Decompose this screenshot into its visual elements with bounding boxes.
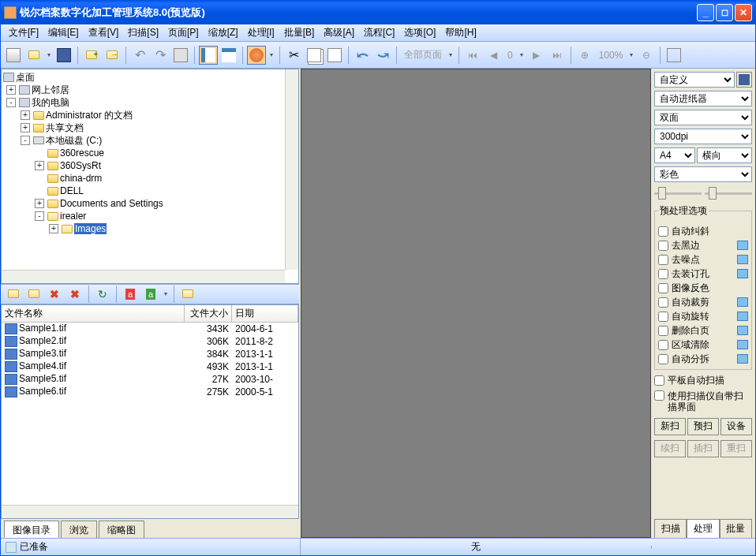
col-name[interactable]: 文件名称: [2, 305, 185, 322]
tree-folder[interactable]: Documents and Settings: [60, 198, 163, 209]
prep-checkbox[interactable]: [658, 297, 668, 308]
menu-zoom[interactable]: 缩放[Z]: [204, 24, 243, 41]
file-row[interactable]: Sample6.tif275K2000-5-1: [2, 386, 298, 398]
remove-button[interactable]: ✖: [65, 285, 84, 304]
minimize-button[interactable]: [697, 4, 714, 21]
delete-button[interactable]: ✖: [45, 285, 64, 304]
filelist-scrollbar-h[interactable]: [2, 505, 298, 518]
menu-help[interactable]: 帮助[H]: [440, 24, 481, 41]
import-button[interactable]: +: [82, 46, 101, 65]
config-icon[interactable]: [737, 326, 748, 335]
collapse-icon[interactable]: -: [6, 98, 16, 107]
brightness-slider[interactable]: [654, 192, 702, 195]
menu-advanced[interactable]: 高级[A]: [319, 24, 359, 41]
tree-folder[interactable]: 360SysRt: [60, 160, 101, 171]
tree-folder[interactable]: china-drm: [60, 173, 102, 184]
prep-checkbox[interactable]: [658, 269, 668, 279]
export-button[interactable]: →: [103, 46, 122, 65]
duplex-select[interactable]: 双面: [654, 110, 752, 125]
expand-icon[interactable]: +: [21, 123, 30, 132]
maximize-button[interactable]: [716, 4, 733, 21]
paper-select[interactable]: A4: [654, 147, 695, 163]
next-page-button[interactable]: ▶: [527, 46, 546, 65]
zoom-out-button[interactable]: ⊖: [637, 46, 656, 65]
tab-batch[interactable]: 批量: [720, 519, 752, 538]
col-size[interactable]: 文件大小: [185, 305, 232, 322]
contrast-slider[interactable]: [705, 192, 752, 195]
tab-image-dir[interactable]: 图像目录: [4, 521, 59, 538]
menu-file[interactable]: 文件[F]: [4, 24, 43, 41]
tree-folder[interactable]: irealer: [60, 211, 86, 222]
tab-scan[interactable]: 扫描: [654, 519, 687, 538]
new-button[interactable]: [4, 46, 23, 65]
prep-checkbox[interactable]: [658, 241, 668, 251]
tree-folder[interactable]: DELL: [60, 185, 84, 196]
expand-icon[interactable]: +: [35, 199, 44, 208]
zoom-in-button[interactable]: ⊕: [575, 46, 594, 65]
close-button[interactable]: [735, 4, 752, 21]
expand-icon[interactable]: +: [6, 85, 16, 95]
menu-page[interactable]: 页面[P]: [163, 24, 204, 41]
tree-desktop[interactable]: 桌面: [16, 71, 35, 84]
tab-browse[interactable]: 浏览: [61, 521, 97, 538]
save-button[interactable]: [54, 46, 73, 65]
config-icon[interactable]: [737, 312, 748, 321]
page-dropdown[interactable]: ▾: [447, 46, 455, 65]
edit-button[interactable]: [171, 46, 190, 65]
tree-shared-docs[interactable]: 共享文档: [46, 121, 84, 135]
config-icon[interactable]: [737, 297, 748, 307]
refresh-button[interactable]: ↻: [93, 285, 112, 304]
tree-scrollbar-v[interactable]: [285, 69, 298, 270]
config-icon[interactable]: [737, 255, 748, 264]
prep-checkbox[interactable]: [658, 226, 668, 237]
file-list[interactable]: 文件名称 文件大小 日期 Sample1.tif343K2004-6-1Samp…: [1, 304, 299, 520]
prep-checkbox[interactable]: [658, 354, 668, 364]
add-file-button[interactable]: [24, 285, 43, 304]
tree-admin-docs[interactable]: Administrator 的文档: [46, 109, 133, 122]
file-row[interactable]: Sample3.tif384K2013-1-1: [2, 348, 298, 360]
tab-thumbnail[interactable]: 缩略图: [99, 521, 144, 538]
collapse-icon[interactable]: -: [21, 136, 30, 145]
tree-local-disk[interactable]: 本地磁盘 (C:): [46, 134, 102, 147]
tree-folder[interactable]: 360rescue: [60, 147, 104, 159]
undo-button[interactable]: ↶: [130, 46, 149, 65]
copy-button[interactable]: [305, 46, 324, 65]
config-icon[interactable]: [737, 269, 748, 278]
up-button[interactable]: [178, 285, 197, 304]
redo2-button[interactable]: ⤻: [373, 46, 392, 65]
view-list-button[interactable]: [199, 46, 218, 65]
toggle-dropdown[interactable]: ▾: [162, 285, 170, 304]
menu-flow[interactable]: 流程[C]: [359, 24, 399, 41]
preset-select[interactable]: 自定义: [654, 72, 735, 88]
toggle-a-button[interactable]: a: [121, 285, 140, 304]
first-page-button[interactable]: ⏮: [463, 46, 482, 65]
tree-mycomputer[interactable]: 我的电脑: [32, 96, 69, 110]
open-file-button[interactable]: [4, 285, 23, 304]
preview-scan-button[interactable]: 预扫: [687, 418, 719, 435]
prep-checkbox[interactable]: [658, 283, 668, 293]
scan-button[interactable]: [247, 46, 266, 65]
save-preset-button[interactable]: [736, 72, 752, 88]
tab-process[interactable]: 处理: [687, 519, 719, 538]
config-icon[interactable]: [737, 354, 748, 364]
redo-button[interactable]: ↷: [151, 46, 170, 65]
prep-checkbox[interactable]: [658, 312, 668, 322]
paste-button[interactable]: [325, 46, 344, 65]
file-row[interactable]: Sample5.tif27K2003-10-: [2, 373, 298, 386]
undo2-button[interactable]: ⤺: [353, 46, 372, 65]
file-row[interactable]: Sample1.tif343K2004-6-1: [2, 323, 298, 335]
title-bar[interactable]: 锐尔档案数字化加工管理系统8.0(预览版): [1, 1, 755, 24]
tree-network[interactable]: 网上邻居: [32, 84, 69, 97]
file-row[interactable]: Sample2.tif306K2011-8-2: [2, 335, 298, 348]
menu-scan[interactable]: 扫描[S]: [123, 24, 163, 41]
collapse-icon[interactable]: -: [35, 211, 44, 221]
zoom-dropdown[interactable]: ▾: [627, 46, 635, 65]
continue-scan-button[interactable]: 续扫: [654, 440, 686, 457]
cut-button[interactable]: ✂: [284, 46, 303, 65]
prev-page-button[interactable]: ◀: [484, 46, 503, 65]
expand-icon[interactable]: +: [21, 110, 30, 120]
toggle-b-button[interactable]: a: [141, 285, 160, 304]
tree-scrollbar-h[interactable]: [2, 270, 285, 283]
menu-view[interactable]: 查看[V]: [84, 24, 124, 41]
prep-checkbox[interactable]: [658, 340, 668, 350]
